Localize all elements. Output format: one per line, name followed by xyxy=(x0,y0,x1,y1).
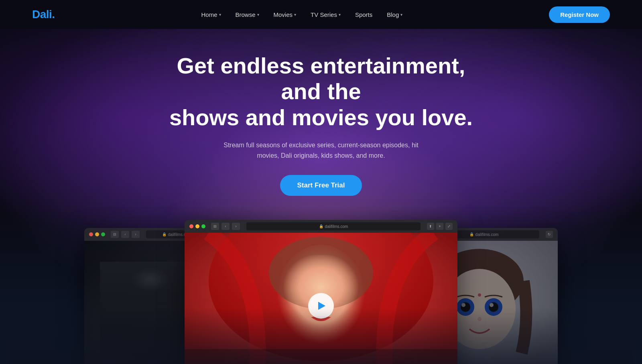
nav-item-home[interactable]: Home ▾ xyxy=(201,11,221,18)
hero-content: Get endless entertainment, and the shows… xyxy=(8,53,634,196)
hero-headline: Get endless entertainment, and the shows… xyxy=(165,53,477,130)
address-bar-center[interactable]: 🔒 dalifilms.com xyxy=(246,222,421,230)
nav-item-tvseries[interactable]: TV Series ▾ xyxy=(311,11,341,18)
nav-link-browse[interactable]: Browse ▾ xyxy=(236,11,259,18)
fullscreen-icon[interactable]: ⤢ xyxy=(445,223,453,230)
logo-text: Dali xyxy=(32,8,52,20)
dot-yellow xyxy=(95,232,99,236)
dot-red xyxy=(189,224,193,228)
svg-point-6 xyxy=(307,291,310,293)
chevron-down-icon: ▾ xyxy=(400,12,402,17)
chevron-down-icon: ▾ xyxy=(257,12,259,17)
browser-back-icon[interactable]: ‹ xyxy=(221,223,230,230)
browser-mockups-section: ⊟ ‹ › 🔒 dalifilms.co ⬆ + ⤢ xyxy=(8,220,634,364)
browser-sidebar-icon[interactable]: ⊟ xyxy=(211,223,219,230)
svg-point-4 xyxy=(301,290,313,296)
nav-link-movies[interactable]: Movies ▾ xyxy=(274,11,297,18)
start-free-trial-button[interactable]: Start Free Trial xyxy=(280,175,362,196)
refresh-icon[interactable]: ↻ xyxy=(546,231,553,238)
browser-sidebar-icon[interactable]: ⊟ xyxy=(111,231,119,238)
nav-item-sports[interactable]: Sports xyxy=(355,11,372,18)
dot-green xyxy=(101,232,105,236)
browser-dots-left xyxy=(89,232,105,236)
hero-section: Get endless entertainment, and the shows… xyxy=(0,29,642,364)
nav-link-tvseries[interactable]: TV Series ▾ xyxy=(311,11,341,18)
dot-yellow xyxy=(195,224,199,228)
browser-bar-center: ⊟ ‹ › 🔒 dalifilms.com ⬆ + ⤢ xyxy=(185,220,457,233)
dot-green xyxy=(201,224,205,228)
browser-action-icons-center: ⬆ + ⤢ xyxy=(427,223,453,230)
hero-subtext: Stream full seasons of exclusive series,… xyxy=(221,140,421,161)
browser-back-icon[interactable]: ‹ xyxy=(121,231,129,238)
browser-dots-center xyxy=(189,224,205,228)
nav-item-blog[interactable]: Blog ▾ xyxy=(387,11,402,18)
browser-forward-icon[interactable]: › xyxy=(132,231,140,238)
browser-nav-icons-center: ⊟ ‹ › xyxy=(211,223,240,230)
chevron-down-icon: ▾ xyxy=(294,12,296,17)
nav-links: Home ▾ Browse ▾ Movies ▾ TV Series ▾ Spo xyxy=(201,11,402,18)
url-text-center: dalifilms.com xyxy=(325,224,348,229)
browser-forward-icon[interactable]: › xyxy=(232,223,240,230)
chevron-down-icon: ▾ xyxy=(339,12,341,17)
nav-item-movies[interactable]: Movies ▾ xyxy=(274,11,297,18)
nav-link-sports[interactable]: Sports xyxy=(355,11,372,18)
url-text-right: dalifilms.com xyxy=(475,232,499,237)
nav-link-home[interactable]: Home ▾ xyxy=(201,11,221,18)
bottom-fade xyxy=(8,308,634,364)
svg-point-5 xyxy=(329,290,341,296)
logo-dot: . xyxy=(52,8,55,20)
chevron-down-icon: ▾ xyxy=(219,12,221,17)
svg-point-7 xyxy=(335,291,338,293)
logo[interactable]: Dali. xyxy=(32,8,55,21)
browser-action-icons-right: ↻ xyxy=(546,231,553,238)
nav-item-browse[interactable]: Browse ▾ xyxy=(236,11,259,18)
dot-red xyxy=(89,232,93,236)
navbar: Dali. Home ▾ Browse ▾ Movies ▾ TV Series… xyxy=(0,0,642,29)
register-button[interactable]: Register Now xyxy=(549,6,610,23)
nav-link-blog[interactable]: Blog ▾ xyxy=(387,11,402,18)
share-icon[interactable]: ⬆ xyxy=(427,223,434,230)
browser-nav-icons: ⊟ ‹ › xyxy=(111,231,140,238)
add-tab-icon[interactable]: + xyxy=(436,223,443,230)
